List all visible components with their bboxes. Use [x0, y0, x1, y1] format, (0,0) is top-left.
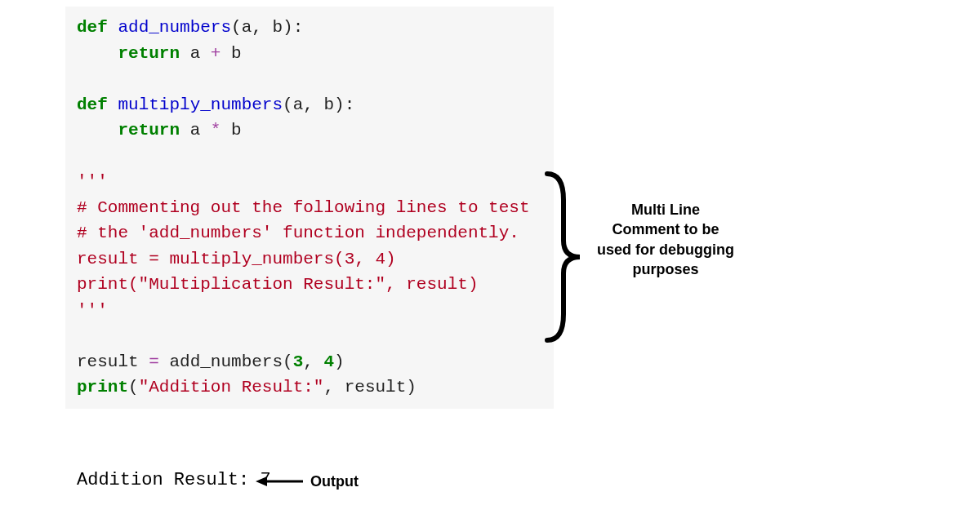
- annotation-text: Multi Line Comment to be used for debugg…: [596, 200, 735, 279]
- svg-marker-1: [256, 476, 267, 486]
- comment-line: print("Multiplication Result:", result): [77, 275, 478, 294]
- curly-brace-icon: [539, 167, 588, 347]
- keyword-return: return: [118, 44, 180, 63]
- code-block: def add_numbers(a, b): return a + b def …: [65, 7, 554, 409]
- triple-quote-open: ''': [77, 172, 108, 191]
- keyword-return: return: [118, 121, 180, 140]
- comment-line: # the 'add_numbers' function independent…: [77, 224, 519, 242]
- comment-line: # Commenting out the following lines to …: [77, 198, 530, 217]
- func-name: multiply_numbers: [118, 95, 283, 114]
- keyword-def: def: [77, 95, 108, 114]
- func-name: add_numbers: [118, 18, 231, 37]
- comment-line: result = multiply_numbers(3, 4): [77, 250, 396, 268]
- output-text: Addition Result: 7: [77, 470, 271, 490]
- arrow-left-icon: [256, 473, 305, 490]
- keyword-def: def: [77, 18, 108, 37]
- triple-quote-close: ''': [77, 301, 108, 320]
- output-label: Output: [310, 473, 359, 490]
